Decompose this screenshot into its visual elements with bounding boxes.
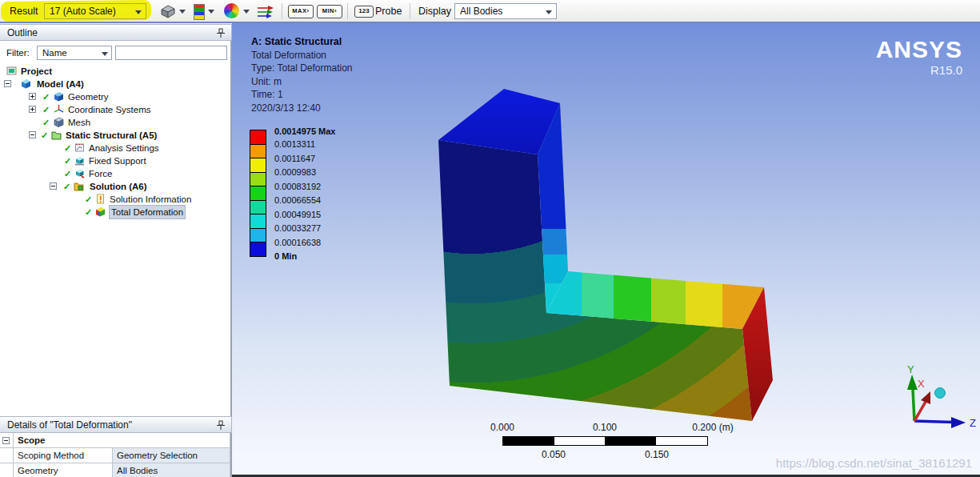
chevron-down-icon <box>102 52 108 56</box>
chevron-down-icon[interactable] <box>179 10 186 14</box>
y-axis-label: Y <box>907 363 914 375</box>
mesh-icon <box>54 117 64 127</box>
ruler-label: 0.050 <box>542 449 566 460</box>
check-icon: ✓ <box>42 90 50 103</box>
smooth-contour-icon[interactable] <box>224 3 239 18</box>
tree-item-geometry[interactable]: ✓ Geometry <box>0 90 232 103</box>
filter-label: Filter: <box>6 46 30 59</box>
collapse-expander[interactable] <box>2 437 10 444</box>
pin-icon[interactable] <box>216 420 225 431</box>
chevron-down-icon[interactable] <box>208 10 214 14</box>
watermark: https://blog.csdn.net/sinat_38161291 <box>776 456 972 470</box>
legend-value: 0.0009983 <box>274 167 316 177</box>
tree-item-static-structural[interactable]: ✓ Static Structural (A5) <box>0 129 232 142</box>
legend-value: 0.00049915 <box>274 210 321 219</box>
collapse-expander[interactable] <box>50 182 57 190</box>
legend-color-cell <box>250 186 266 201</box>
ansys-logo: ANSYS R15.0 <box>876 38 962 77</box>
tree-item-fixed-support[interactable]: ✓ Fixed Support <box>0 154 232 167</box>
collapse-expander[interactable] <box>4 80 11 87</box>
expand-expander[interactable] <box>29 106 36 113</box>
expand-expander[interactable] <box>29 93 36 100</box>
tree-item-model[interactable]: Model (A4) <box>0 78 232 90</box>
legend-value: 0.00066554 <box>274 195 321 205</box>
legend-value: 0.00083192 <box>274 182 321 191</box>
tree-item-force[interactable]: ✓ Force <box>0 167 232 180</box>
separator <box>410 3 410 19</box>
contour-bands-icon[interactable] <box>194 4 205 20</box>
contour-legend: 0.0014975 Max 0.0013311 0.0011647 0.0009… <box>250 130 386 278</box>
chevron-down-icon[interactable] <box>243 10 250 14</box>
separator <box>347 3 348 19</box>
min-probe-button[interactable]: MIN› <box>317 5 342 18</box>
tree-item-total-deformation[interactable]: ✓ Total Deformation <box>0 206 232 218</box>
max-probe-button[interactable]: MAX› <box>288 5 314 18</box>
y-axis-arrow <box>907 375 918 390</box>
outline-panel-header: Outline <box>0 24 232 41</box>
tree-item-project[interactable]: Project <box>0 65 232 78</box>
coordinate-systems-icon <box>54 104 64 114</box>
legend-value: 0.0014975 Max <box>274 126 335 136</box>
chevron-down-icon <box>135 10 142 14</box>
legend-value: 0.0011647 <box>274 154 315 163</box>
legend-value: 0 Min <box>274 251 297 261</box>
scope-group-header[interactable]: Scope <box>14 433 230 448</box>
tree-item-analysis-settings[interactable]: ✓ Analysis Settings <box>0 142 232 154</box>
pin-icon[interactable] <box>216 28 225 38</box>
legend-color-cell <box>250 130 266 145</box>
iso-view-sphere[interactable] <box>935 388 946 399</box>
x-axis-label: X <box>918 378 925 390</box>
annotation-title: A: Static Structural <box>251 35 353 49</box>
orientation-triad[interactable]: Y X Z <box>884 363 980 455</box>
geometry-icon <box>54 91 64 102</box>
gutter-cell <box>0 463 14 477</box>
z-axis-label: Z <box>970 417 976 429</box>
ansys-mechanical-window: Result 17 (Auto Scale) MAX› MIN› 123 Pro… <box>0 0 980 477</box>
ruler-label: 0.200 (m) <box>692 422 733 433</box>
check-icon: ✓ <box>85 193 92 206</box>
scoping-method-value[interactable]: Geometry Selection <box>113 448 230 463</box>
display-label: Display <box>418 6 451 17</box>
scale-ruler-bar <box>502 436 708 446</box>
details-table: Scope Scoping Method Geometry Selection … <box>0 433 232 477</box>
gutter-cell <box>0 448 14 463</box>
tree-item-coordinate-systems[interactable]: ✓ Coordinate Systems <box>0 103 232 116</box>
fixed-support-icon <box>74 155 85 166</box>
vector-display-icon[interactable] <box>256 5 275 18</box>
tree-item-solution-information[interactable]: ✓ Solution Information <box>0 193 232 206</box>
tree-item-solution[interactable]: ✓ Solution (A6) <box>0 180 232 193</box>
check-icon: ✓ <box>42 116 50 129</box>
scope-group-gutter <box>0 433 14 448</box>
probe-123-icon[interactable]: 123 <box>354 6 374 18</box>
project-icon <box>6 66 17 76</box>
graphics-viewport[interactable]: A: Static Structural Total Deformation T… <box>232 23 980 477</box>
probe-button[interactable]: Probe <box>375 6 402 17</box>
legend-color-cell <box>250 144 266 159</box>
check-icon: ✓ <box>64 142 71 154</box>
tree-item-mesh[interactable]: ✓ Mesh <box>0 116 232 129</box>
z-axis-arrow <box>951 417 966 428</box>
collapse-expander[interactable] <box>29 131 36 138</box>
analysis-settings-icon <box>74 142 85 153</box>
filter-search-input[interactable] <box>115 46 227 60</box>
x-axis-arrow <box>914 402 926 421</box>
display-bodies-dropdown[interactable]: All Bodies <box>454 3 557 19</box>
geometry-display-cube-icon[interactable] <box>160 4 176 18</box>
scoping-method-label: Scoping Method <box>14 448 113 463</box>
details-panel-header: Details of "Total Deformation" <box>0 416 232 433</box>
ruler-label: 0.150 <box>645 449 669 460</box>
legend-color-cell <box>250 242 266 257</box>
model-icon <box>21 78 31 89</box>
solution-information-icon <box>95 194 106 204</box>
legend-value: 0.00033277 <box>274 223 321 233</box>
result-toolbar: Result 17 (Auto Scale) MAX› MIN› 123 Pro… <box>0 0 980 23</box>
filter-type-dropdown[interactable]: Name <box>37 46 112 60</box>
geometry-value[interactable]: All Bodies <box>113 463 230 477</box>
result-scale-dropdown[interactable]: 17 (Auto Scale) <box>44 3 146 19</box>
legend-color-cell <box>250 228 266 243</box>
static-structural-icon <box>51 130 62 140</box>
check-icon: ✓ <box>63 180 70 193</box>
ruler-label: 0.100 <box>593 422 617 433</box>
result-annotation: A: Static Structural Total Deformation T… <box>251 35 353 114</box>
force-icon <box>74 168 85 178</box>
